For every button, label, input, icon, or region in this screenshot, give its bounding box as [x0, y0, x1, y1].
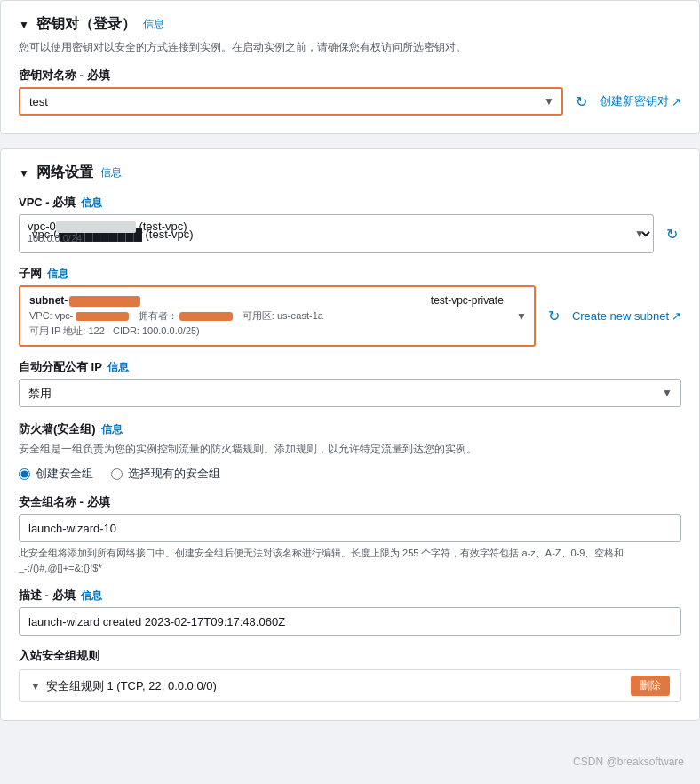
external-link-icon: ↗ — [672, 95, 681, 108]
create-subnet-link[interactable]: Create new subnet ↗ — [572, 309, 681, 323]
subnet-field-label: 子网 信息 — [19, 266, 681, 282]
rule-collapse-icon[interactable]: ▼ — [30, 680, 41, 692]
firewall-field-label: 防火墙(安全组) 信息 — [19, 421, 681, 437]
delete-rule-button[interactable]: 删除 — [631, 676, 670, 696]
network-info-link[interactable]: 信息 — [100, 165, 122, 180]
select-sg-text: 选择现有的安全组 — [128, 466, 220, 482]
vpc-info-link[interactable]: 信息 — [81, 196, 102, 211]
create-sg-radio[interactable] — [19, 468, 30, 480]
desc-info-link[interactable]: 信息 — [81, 588, 102, 604]
desc-input[interactable] — [19, 607, 681, 636]
network-collapse-icon[interactable]: ▼ — [19, 167, 29, 180]
subnet-vpc-blurred — [76, 312, 129, 321]
inbound-title: 入站安全组规则 — [19, 648, 681, 664]
subnet-id-blurred — [69, 296, 140, 307]
sg-name-label: 安全组名称 - 必填 — [19, 494, 681, 510]
create-keypair-link[interactable]: 创建新密钥对 ↗ — [600, 93, 681, 109]
subnet-select[interactable]: subnet- test-vpc-private VPC: vpc- 拥有者： … — [19, 285, 536, 347]
firewall-info-link[interactable]: 信息 — [101, 422, 123, 437]
select-sg-radio[interactable] — [111, 468, 123, 480]
keypair-section-title: 密钥对（登录） — [36, 15, 136, 34]
watermark: CSDN @breaksoftware — [573, 756, 684, 768]
select-sg-radio-label[interactable]: 选择现有的安全组 — [111, 466, 220, 482]
keypair-info-link[interactable]: 信息 — [143, 17, 164, 32]
keypair-field-label: 密钥对名称 - 必填 — [19, 68, 681, 84]
auto-ip-info-link[interactable]: 信息 — [107, 360, 129, 375]
vpc-refresh-button[interactable]: ↻ — [663, 222, 681, 246]
rule-label: 安全组规则 1 (TCP, 22, 0.0.0.0/0) — [46, 678, 217, 694]
subnet-external-icon: ↗ — [672, 309, 681, 323]
keypair-collapse-icon[interactable]: ▼ — [19, 19, 29, 31]
subnet-info-link[interactable]: 信息 — [47, 267, 68, 282]
subnet-private-label: test-vpc-private — [431, 294, 504, 307]
inbound-rule-row: ▼ 安全组规则 1 (TCP, 22, 0.0.0.0/0) 删除 — [19, 669, 681, 702]
firewall-description: 安全组是一组负责为您的实例控制流量的防火墙规则。添加规则，以允许特定流量到达您的… — [19, 441, 681, 457]
desc-field-label: 描述 - 必填 信息 — [19, 588, 681, 604]
inbound-section: 入站安全组规则 ▼ 安全组规则 1 (TCP, 22, 0.0.0.0/0) 删… — [19, 648, 681, 702]
sg-name-input[interactable] — [19, 514, 681, 542]
auto-ip-field-label: 自动分配公有 IP 信息 — [19, 359, 681, 375]
auto-ip-select[interactable]: 禁用 — [19, 379, 681, 407]
firewall-radio-group: 创建安全组 选择现有的安全组 — [19, 466, 681, 482]
rule-text: ▼ 安全组规则 1 (TCP, 22, 0.0.0.0/0) — [30, 678, 217, 694]
subnet-name: subnet- — [29, 294, 142, 307]
vpc-field-label: VPC - 必填 信息 — [19, 195, 681, 211]
create-sg-text: 创建安全组 — [36, 466, 93, 482]
keypair-select[interactable]: test — [19, 87, 563, 116]
subnet-vpc-row: VPC: vpc- 拥有者： 可用区: us-east-1a — [29, 309, 525, 323]
subnet-refresh-button[interactable]: ↻ — [545, 304, 563, 328]
keypair-refresh-button[interactable]: ↻ — [572, 90, 591, 114]
vpc-select[interactable]: vpc-0██████████ (test-vpc) — [19, 214, 654, 253]
network-section-title: 网络设置 — [36, 164, 93, 182]
keypair-description: 您可以使用密钥对以安全的方式连接到实例。在启动实例之前，请确保您有权访问所选密钥… — [19, 39, 681, 55]
subnet-arrow-icon: ▼ — [516, 310, 527, 323]
subnet-owner-blurred — [179, 312, 233, 321]
subnet-details-row: 可用 IP 地址: 122 CIDR: 100.0.0.0/25) — [29, 324, 525, 338]
create-sg-radio-label[interactable]: 创建安全组 — [19, 466, 93, 482]
sg-name-hint: 此安全组将添加到所有网络接口中。创建安全组后便无法对该名称进行编辑。长度上限为 … — [19, 546, 681, 575]
